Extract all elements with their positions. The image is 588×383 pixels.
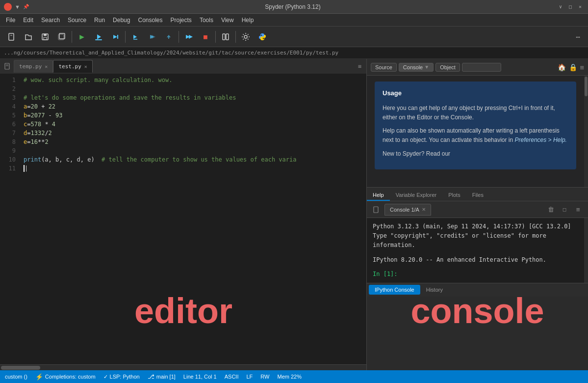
tab-ipython-console[interactable]: IPython Console bbox=[369, 285, 420, 295]
status-custom-label: custom () bbox=[5, 374, 27, 380]
menu-projects[interactable]: Projects bbox=[167, 16, 196, 25]
console-line-3: IPython 8.20.0 -- An enhanced Interactiv… bbox=[373, 255, 578, 265]
svg-rect-17 bbox=[223, 34, 225, 40]
status-memory: Mem 22% bbox=[277, 374, 302, 380]
status-lsp[interactable]: ✓ LSP: Python bbox=[103, 374, 140, 380]
console-line-1: Python 3.12.3 (main, Sep 11 2024, 14:17:… bbox=[373, 222, 578, 231]
help-lock-icon[interactable]: 🔒 bbox=[569, 63, 577, 71]
console-prompt-1: In [1]: bbox=[373, 270, 578, 279]
help-menu-icon[interactable]: ≡ bbox=[580, 63, 584, 71]
tab-temp-py-close[interactable]: ✕ bbox=[45, 64, 48, 69]
status-completions[interactable]: ⚡ Completions: custom bbox=[35, 373, 96, 381]
console-tab-1a[interactable]: Console 1/A ✕ bbox=[384, 204, 431, 216]
menu-run[interactable]: Run bbox=[90, 16, 109, 25]
help-scrollbar-thumb[interactable] bbox=[585, 77, 588, 96]
status-completions-label: Completions: custom bbox=[45, 374, 96, 380]
console-tab-label: Console 1/A bbox=[390, 207, 419, 213]
menu-debug[interactable]: Debug bbox=[109, 16, 134, 25]
menu-tools[interactable]: Tools bbox=[196, 16, 217, 25]
console-output[interactable]: Python 3.12.3 (main, Sep 11 2024, 14:17:… bbox=[367, 218, 584, 283]
status-eol[interactable]: LF bbox=[246, 374, 253, 380]
menu-source[interactable]: Source bbox=[64, 16, 90, 25]
continue-button[interactable] bbox=[181, 29, 197, 45]
tab-temp-py[interactable]: temp.py ✕ bbox=[14, 60, 53, 73]
status-memory-label: Mem 22% bbox=[277, 374, 302, 380]
help-content-area: Usage Here you can get help of any objec… bbox=[367, 76, 588, 187]
run-cell-button[interactable] bbox=[107, 29, 123, 45]
console-blank-1 bbox=[373, 250, 578, 255]
console-tab-bar: IPython Console History bbox=[367, 283, 588, 297]
debug-button[interactable] bbox=[144, 29, 160, 45]
help-source-button[interactable]: Source bbox=[371, 63, 397, 72]
help-scrollbar[interactable] bbox=[584, 76, 588, 187]
svg-marker-11 bbox=[133, 35, 137, 39]
status-permissions-label: RW bbox=[260, 374, 269, 380]
svg-point-19 bbox=[244, 35, 247, 38]
help-object-label: Object bbox=[440, 64, 456, 70]
console-tab-close[interactable]: ✕ bbox=[422, 207, 426, 212]
help-object-button[interactable]: Object bbox=[435, 63, 460, 72]
console-menu-icon[interactable]: ≡ bbox=[572, 204, 584, 216]
status-custom[interactable]: custom () bbox=[5, 374, 27, 380]
code-editor[interactable]: # wow. such script. many calculation. wo… bbox=[20, 74, 366, 364]
status-branch[interactable]: ⎇ main [1] bbox=[148, 373, 176, 380]
line-numbers: 12345 678910 11 bbox=[0, 74, 20, 364]
close-button[interactable]: ✕ bbox=[576, 3, 584, 11]
filepath-bar: ...ng/courses/Theoretical_and_Applied_Cl… bbox=[0, 47, 588, 59]
save-all-button[interactable] bbox=[54, 29, 70, 45]
status-encoding[interactable]: ASCII bbox=[225, 374, 239, 380]
menu-help[interactable]: Help bbox=[238, 16, 258, 25]
console-blank-2 bbox=[373, 265, 578, 270]
tab-files[interactable]: Files bbox=[466, 190, 489, 201]
open-file-button[interactable] bbox=[21, 29, 36, 45]
maximize-button[interactable]: □ bbox=[566, 3, 574, 11]
help-usage-box: Usage Here you can get help of any objec… bbox=[375, 82, 576, 169]
toolbar: ▶ ■ ⋯ bbox=[0, 27, 588, 47]
save-file-button[interactable] bbox=[37, 29, 53, 45]
help-source-label: Source bbox=[375, 64, 392, 70]
menu-consoles[interactable]: Consoles bbox=[134, 16, 166, 25]
menu-search[interactable]: Search bbox=[37, 16, 64, 25]
tools-button[interactable] bbox=[238, 29, 254, 45]
stop-button[interactable]: ■ bbox=[198, 29, 213, 45]
minimize-button[interactable]: ∨ bbox=[557, 3, 564, 11]
toolbar-more-button[interactable]: ⋯ bbox=[572, 31, 584, 43]
console-scrollbar[interactable] bbox=[584, 218, 588, 283]
menu-view[interactable]: View bbox=[217, 16, 238, 25]
tabs-menu-button[interactable]: ≡ bbox=[355, 61, 364, 72]
tab-plots[interactable]: Plots bbox=[442, 190, 466, 201]
menu-file[interactable]: File bbox=[2, 16, 19, 25]
console-trash-icon[interactable]: 🗑 bbox=[545, 204, 557, 216]
status-permissions[interactable]: RW bbox=[260, 374, 269, 380]
tab-test-py-label: test.py bbox=[58, 63, 81, 70]
maximize-pane-button[interactable] bbox=[218, 29, 233, 45]
tab-test-py[interactable]: test.py ✕ bbox=[53, 60, 92, 73]
step-button[interactable] bbox=[161, 29, 177, 45]
svg-marker-14 bbox=[152, 35, 155, 39]
help-content: Usage Here you can get help of any objec… bbox=[367, 76, 584, 187]
check-icon: ✓ bbox=[103, 374, 108, 380]
editor-scrollbar-thumb[interactable] bbox=[1, 366, 40, 370]
tab-history[interactable]: History bbox=[420, 285, 449, 295]
help-home-icon[interactable]: 🏠 bbox=[558, 63, 566, 71]
run-selection-button[interactable] bbox=[128, 29, 143, 45]
menu-edit[interactable]: Edit bbox=[19, 16, 37, 25]
help-console-button[interactable]: Console ▼ bbox=[399, 63, 434, 72]
help-usage-body-2: Help can also be shown automatically aft… bbox=[383, 126, 568, 145]
help-object-input[interactable] bbox=[462, 63, 501, 72]
editor-horizontal-scrollbar[interactable] bbox=[0, 364, 366, 370]
tab-test-py-close[interactable]: ✕ bbox=[84, 64, 87, 69]
lightning-icon: ⚡ bbox=[35, 373, 43, 381]
svg-marker-9 bbox=[113, 35, 117, 39]
console-content-row: Python 3.12.3 (main, Sep 11 2024, 14:17:… bbox=[367, 218, 588, 283]
console-file-icon[interactable] bbox=[371, 204, 383, 216]
run-file-button[interactable] bbox=[91, 29, 106, 45]
editor-file-icon[interactable] bbox=[2, 60, 14, 72]
tab-variable-explorer[interactable]: Variable Explorer bbox=[390, 190, 443, 201]
run-button[interactable]: ▶ bbox=[74, 29, 90, 45]
python-path-button[interactable] bbox=[255, 29, 270, 45]
code-area[interactable]: 12345 678910 11 # wow. such script. many… bbox=[0, 74, 366, 364]
tab-help[interactable]: Help bbox=[367, 190, 390, 201]
new-file-button[interactable] bbox=[4, 29, 20, 45]
console-max-icon[interactable]: □ bbox=[559, 204, 570, 216]
